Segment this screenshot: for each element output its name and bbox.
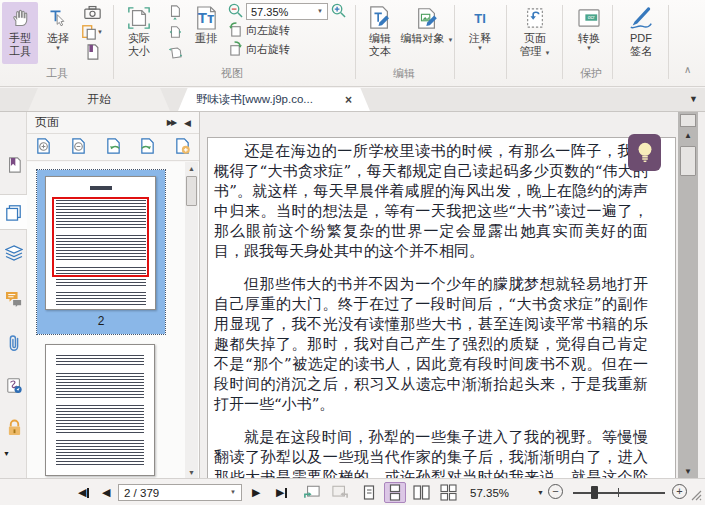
tab-bar: 开始 野味读书[www.j9p.co... × ▼ (0, 88, 705, 111)
zoom-level-combobox[interactable]: 57.35% ▼ (246, 3, 328, 20)
security-panel-button[interactable] (5, 418, 23, 436)
zoom-out-button[interactable] (228, 3, 243, 20)
digital-signatures-panel-button[interactable] (5, 376, 23, 394)
comments-panel-button[interactable] (5, 290, 23, 308)
reduce-thumbnails-button[interactable] (70, 137, 87, 157)
previous-view-button[interactable] (304, 484, 320, 501)
scrollbar-split-box[interactable] (680, 114, 696, 127)
convert-ocr-icon: ocr (577, 4, 601, 32)
pdf-page[interactable]: 还是在海边的一所学校里读书的时候，有那么一阵子，我大概得了“大书贪求症”，每天都… (207, 137, 676, 479)
edit-text-icon (368, 4, 392, 32)
thumbnail-list: 2 ▲ ▼ (27, 162, 199, 479)
pdf-sign-button[interactable]: PDF 签名 (618, 2, 664, 64)
ribbon-divider (454, 5, 455, 79)
select-tool-button[interactable]: 选择 ▼ (40, 2, 76, 64)
thumbnail-scrollbar[interactable]: ▲ ▼ (185, 162, 198, 479)
paragraph: 还是在海边的一所学校里读书的时候，有那么一阵子，我大概得了“大书贪求症”，每天都… (214, 141, 648, 261)
scrollbar-thumb[interactable] (186, 176, 197, 206)
insert-page-button[interactable] (174, 137, 191, 157)
comment-button[interactable]: TI 注释 ▼ (460, 2, 500, 64)
zoom-in-button[interactable]: + (672, 484, 687, 499)
attachments-panel-button[interactable] (5, 334, 23, 352)
page-number-combobox[interactable]: 2 / 379 ▼ (118, 484, 242, 501)
rotate-page-left-button[interactable] (105, 137, 122, 157)
zoom-slider-track[interactable] (573, 492, 665, 494)
clipboard-paste-button[interactable]: ▼ (80, 22, 104, 42)
enlarge-thumbnails-button[interactable] (35, 137, 52, 157)
chevron-down-icon: ▼ (97, 29, 103, 36)
chevron-down-icon: ▼ (230, 489, 236, 496)
viewport-indicator-rect[interactable] (52, 197, 149, 277)
content-area: ▼ 页面 ▶▶ ◀ (0, 111, 705, 478)
pages-panel-button[interactable] (0, 194, 27, 230)
chevron-down-icon: ▼ (317, 8, 323, 15)
next-view-button[interactable] (332, 484, 348, 501)
group-label-tools: 工具 (17, 66, 97, 81)
facing-layout-button[interactable] (410, 482, 432, 503)
hand-tool-button[interactable]: 手型 工具 (2, 2, 38, 64)
bookmark-page-button[interactable] (80, 42, 104, 62)
reflow-button[interactable]: Tт 重排 (188, 2, 224, 64)
continuous-layout-button[interactable] (384, 482, 406, 503)
thumbnail-page-number: 2 (37, 314, 165, 328)
scrollbar-thumb[interactable] (680, 146, 696, 176)
scroll-down-icon[interactable]: ▼ (678, 467, 698, 476)
continuous-facing-layout-button[interactable] (437, 482, 459, 503)
convert-button[interactable]: ocr 转换 ▼ (568, 2, 610, 64)
resize-grip[interactable] (691, 487, 702, 504)
thumbnail-page-2-selected[interactable]: 2 (37, 170, 165, 334)
fit-visible-button[interactable] (163, 42, 187, 62)
svg-text:ocr: ocr (588, 14, 595, 20)
first-page-button[interactable]: ◀ (78, 484, 89, 501)
panel-expand-icon[interactable]: ▶▶ (167, 118, 175, 127)
page-management-button[interactable]: 页面 管理 ▼ (512, 2, 558, 64)
tab-document[interactable]: 野味读书[www.j9p.co... × (178, 88, 370, 111)
scroll-up-icon[interactable]: ▲ (185, 165, 198, 172)
single-page-layout-button[interactable] (358, 482, 380, 503)
ribbon-divider (355, 5, 356, 79)
group-label-protect: 保护 (551, 66, 631, 81)
bookmarks-panel-button[interactable] (5, 156, 23, 174)
lightbulb-icon (636, 141, 654, 165)
fit-page-button[interactable] (163, 2, 187, 22)
rotate-right-icon (228, 41, 243, 58)
hand-tool-label: 手型 (9, 32, 31, 45)
tab-list-dropdown-icon[interactable]: ▼ (689, 94, 698, 104)
snapshot-button[interactable] (80, 2, 104, 22)
zoom-slider-handle[interactable] (591, 486, 598, 499)
paragraph: 但那些伟大的书并不因为一个少年的朦胧梦想就轻易地打开自己厚重的大门。终于在过了一… (214, 274, 648, 414)
previous-page-button[interactable]: ◀ (102, 484, 110, 501)
scroll-up-icon[interactable]: ▲ (678, 131, 698, 140)
navigation-strip: ▼ (0, 112, 27, 479)
chevron-down-icon: ▼ (448, 37, 454, 43)
tab-start[interactable]: 开始 (28, 88, 170, 111)
zoom-percentage[interactable]: 57.35% (470, 484, 509, 501)
last-page-button[interactable]: ▶ (276, 484, 287, 501)
thumbnail-page-2 (45, 176, 156, 310)
scroll-down-icon[interactable]: ▼ (185, 469, 198, 476)
document-view: 还是在海边的一所学校里读书的时候，有那么一阵子，我大概得了“大书贪求症”，每天都… (200, 112, 705, 479)
pages-panel: 页面 ▶▶ ◀ (27, 112, 200, 479)
panel-collapse-icon[interactable]: ◀ (184, 118, 191, 128)
document-tab-title: 野味读书[www.j9p.co... (196, 92, 313, 107)
collapse-ribbon-button[interactable]: ∧ (684, 64, 691, 75)
assistant-lightbulb-button[interactable] (628, 134, 661, 171)
rotate-right-button[interactable]: 向右旋转 (228, 40, 354, 59)
fit-width-button[interactable] (163, 22, 187, 42)
edit-text-button[interactable]: 编辑 文本 (360, 2, 400, 64)
rotate-left-icon (228, 22, 243, 39)
close-tab-icon[interactable]: × (345, 93, 352, 107)
rotate-page-right-button[interactable] (139, 137, 156, 157)
actual-size-button[interactable]: 实际 大小 (118, 2, 160, 64)
thumbnail-page-3[interactable] (45, 344, 155, 476)
next-page-button[interactable]: ▶ (252, 484, 260, 501)
group-label-view: 视图 (192, 66, 272, 81)
layers-panel-button[interactable] (5, 244, 23, 262)
rotate-left-button[interactable]: 向左旋转 (228, 21, 354, 40)
document-scrollbar[interactable]: ▲ ▼ (678, 112, 698, 479)
zoom-dropdown-icon[interactable]: ▼ (537, 484, 544, 501)
panel-more-icon[interactable]: ▼ (3, 450, 10, 457)
zoom-out-button[interactable]: − (548, 484, 563, 499)
edit-object-button[interactable]: 编辑对象 ▼ (404, 2, 450, 64)
zoom-in-button[interactable] (331, 3, 346, 20)
